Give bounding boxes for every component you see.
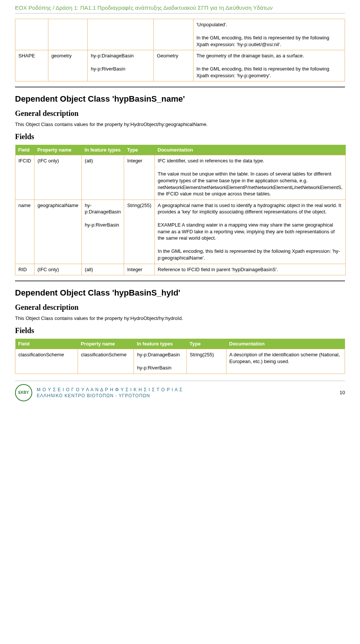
document-header: ΕΟΧ Ροδόπης / Δράση 1: ΠΑ1.1 Προδιαγραφέ… — [15, 5, 345, 14]
th-property: Property name — [34, 145, 81, 155]
subheading-fields: Fields — [15, 132, 345, 141]
cell: Geometry — [154, 50, 193, 81]
table-row: IFCID (IFC only) (all) Integer IFC ident… — [15, 155, 346, 200]
subheading-fields: Fields — [15, 326, 345, 335]
table-hypbasins-name: Field Property name In feature types Typ… — [15, 145, 346, 275]
page-number: 10 — [340, 390, 345, 395]
cell — [154, 19, 193, 50]
table-header-row: Field Property name In feature types Typ… — [15, 339, 345, 349]
cell: classificationScheme — [15, 349, 78, 374]
subheading-general: General description — [15, 303, 345, 312]
th-feature-types: In feature types — [82, 145, 124, 155]
table-row: name geographicalName hy-p:DrainageBasin… — [15, 200, 346, 264]
footer-line1: Μ Ο Υ Σ Ε Ι Ο Γ Ο Υ Λ Α Ν Δ Ρ Η Φ Υ Σ Ι … — [37, 387, 183, 393]
cell: String(255) — [187, 349, 226, 374]
description-text: This Object Class contains values for th… — [15, 315, 345, 321]
cell: (IFC only) — [34, 264, 81, 275]
cell: (IFC only) — [34, 155, 81, 200]
section-title: Dependent Object Class 'hypBasinS_hyId' — [15, 288, 345, 298]
table-row: classificationScheme classificationSchem… — [15, 349, 345, 374]
page-footer: EKBY Μ Ο Υ Σ Ε Ι Ο Γ Ο Υ Λ Α Ν Δ Ρ Η Φ Υ… — [15, 381, 345, 401]
cell — [15, 19, 48, 50]
cell: (all) — [82, 155, 124, 200]
table-hypbasins-hyid: Field Property name In feature types Typ… — [15, 339, 345, 374]
th-documentation: Documentation — [226, 339, 345, 349]
cell: RID — [15, 264, 34, 275]
section-title: Dependent Object Class 'hypBasinS_name' — [15, 94, 345, 104]
footer-left: EKBY Μ Ο Υ Σ Ε Ι Ο Γ Ο Υ Λ Α Ν Δ Ρ Η Φ Υ… — [15, 384, 183, 401]
cell: Integer — [124, 155, 154, 200]
subheading-general: General description — [15, 109, 345, 118]
cell: (all) — [82, 264, 124, 275]
cell: Integer — [124, 264, 154, 275]
cell: hy-p:DrainageBasin hy-p:RiverBasin — [82, 200, 124, 264]
logo-icon: EKBY — [15, 384, 32, 401]
cell: A geographical name that is used to iden… — [154, 200, 346, 264]
cell: hy-p:DrainageBasin hy-p:RiverBasin — [88, 50, 154, 81]
cell: SHAPE — [15, 50, 48, 81]
cell: name — [15, 200, 34, 264]
cell — [88, 19, 154, 50]
table-row: RID (IFC only) (all) Integer Reference t… — [15, 264, 346, 275]
cell: geometry — [48, 50, 87, 81]
cell: A description of the identification sche… — [226, 349, 345, 374]
cell: classificationScheme — [78, 349, 134, 374]
th-field: Field — [15, 145, 34, 155]
th-property: Property name — [78, 339, 134, 349]
th-feature-types: In feature types — [134, 339, 187, 349]
section-divider — [15, 281, 345, 281]
th-field: Field — [15, 339, 78, 349]
cell: IFC identifier, used in references to th… — [154, 155, 346, 200]
cell: String(255) — [124, 200, 154, 264]
table-row: 'Unpopulated'. In the GML encoding, this… — [15, 19, 345, 50]
cell: hy-p:DrainageBasin hy-p:RiverBasin — [134, 349, 187, 374]
footer-line2: ΕΛΛΗΝΙΚΟ ΚΕΝΤΡΟ ΒΙΟΤΟΠΩΝ - ΥΓΡΟΤΟΠΩΝ — [37, 393, 183, 399]
table-row: SHAPE geometry hy-p:DrainageBasin hy-p:R… — [15, 50, 345, 81]
footer-org-text: Μ Ο Υ Σ Ε Ι Ο Γ Ο Υ Λ Α Ν Δ Ρ Η Φ Υ Σ Ι … — [37, 387, 183, 399]
section-divider — [15, 87, 345, 87]
th-type: Type — [187, 339, 226, 349]
cell: 'Unpopulated'. In the GML encoding, this… — [193, 19, 345, 50]
table-shape-continuation: 'Unpopulated'. In the GML encoding, this… — [15, 19, 345, 81]
cell — [48, 19, 87, 50]
cell: IFCID — [15, 155, 34, 200]
description-text: This Object Class contains values for th… — [15, 122, 345, 127]
table-header-row: Field Property name In feature types Typ… — [15, 145, 346, 155]
th-documentation: Documentation — [154, 145, 346, 155]
cell: Reference to IFCID field in parent 'hypD… — [154, 264, 346, 275]
cell: geographicalName — [34, 200, 81, 264]
cell: The geometry of the drainage basin, as a… — [193, 50, 345, 81]
th-type: Type — [124, 145, 154, 155]
